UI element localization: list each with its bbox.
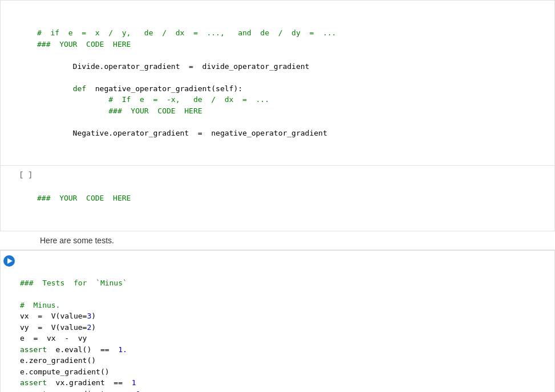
code-line: e.compute_gradient() [20, 368, 110, 376]
code-line: vy = V(value= [20, 323, 87, 332]
cell-gutter-2: [ ] [1, 166, 35, 183]
code-placeholder: ### YOUR CODE HERE [37, 107, 202, 115]
code-cell-3: ### Tests for `Minus` # Minus. vx = V(va… [0, 250, 555, 393]
run-icon[interactable] [3, 255, 15, 267]
code-comment: # If e = -x, de / dx = ... [37, 95, 269, 104]
code-number: 1. [118, 345, 127, 354]
code-keyword: assert [20, 345, 47, 354]
code-cell-2: [ ] ### YOUR CODE HERE [0, 166, 555, 231]
code-comment: ### Tests for `Minus` [20, 279, 127, 287]
code-line: ) [91, 312, 96, 320]
code-placeholder: ### YOUR CODE HERE [37, 40, 131, 48]
code-line: vx.gradient == [47, 378, 132, 387]
code-keyword: def [73, 84, 86, 93]
code-line: Negative.operator_gradient = negative_op… [37, 129, 327, 137]
code-cell-1: # if e = x / y, de / dx = ..., and de / … [0, 0, 555, 166]
run-button-area[interactable] [1, 251, 18, 267]
code-line: Divide.operator_gradient = divide_operat… [37, 62, 309, 71]
code-comment: # if e = x / y, de / dx = ..., and de / … [37, 28, 336, 37]
code-line: e = vx - vy [20, 334, 87, 342]
cell-bracket-2: [ ] [19, 170, 33, 179]
cell-content-3[interactable]: ### Tests for `Minus` # Minus. vx = V(va… [18, 251, 554, 393]
code-line: e.zero_gradient() [20, 356, 96, 365]
code-line: negative_operator_gradient(self): [86, 84, 242, 93]
code-keyword: assert [20, 390, 47, 393]
code-keyword: assert [20, 378, 47, 387]
cell-content-1[interactable]: # if e = x / y, de / dx = ..., and de / … [35, 1, 554, 165]
code-line: vx = V(value= [20, 312, 87, 320]
code-placeholder: ### YOUR CODE HERE [37, 194, 131, 202]
cell-content-2[interactable]: ### YOUR CODE HERE [35, 166, 554, 231]
code-comment: # Minus. [20, 301, 60, 309]
text-cell-content: Here are some tests. [40, 236, 114, 245]
code-line: vy.gradient == [47, 390, 132, 393]
code-line [37, 84, 73, 93]
run-triangle [7, 258, 13, 264]
cell-gutter-1 [1, 1, 35, 10]
text-cell: Here are some tests. [0, 231, 555, 250]
code-number: 1 [132, 378, 136, 387]
notebook: # if e = x / y, de / dx = ..., and de / … [0, 0, 555, 392]
code-line: ) [91, 323, 96, 332]
code-number: -1 [132, 390, 141, 393]
code-line: e.eval() == [47, 345, 118, 354]
